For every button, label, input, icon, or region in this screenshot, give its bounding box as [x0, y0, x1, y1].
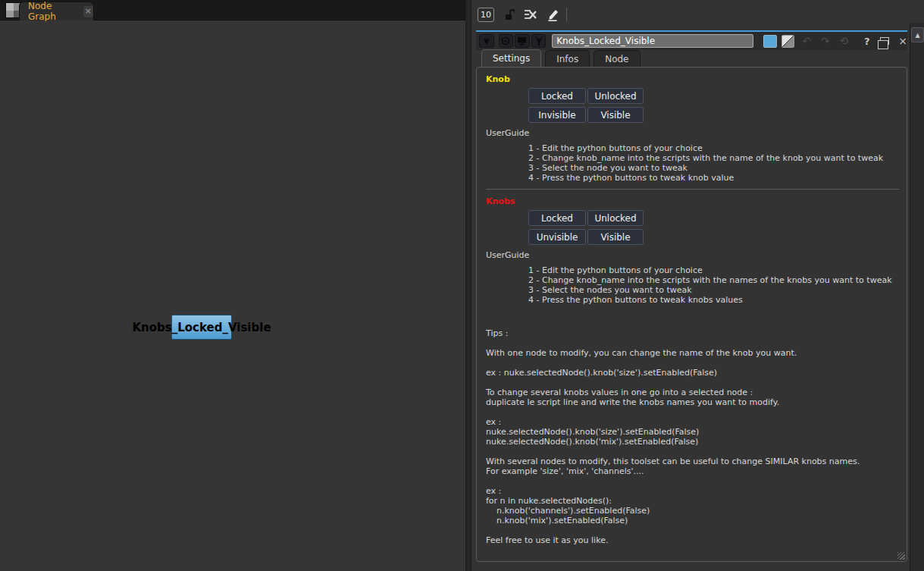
- tips-line: [486, 447, 901, 456]
- knob-unlocked-button[interactable]: Unlocked: [587, 88, 644, 104]
- tips-line: duplicate le script line and write the k…: [486, 397, 901, 407]
- knobs-userguide-label: UserGuide: [486, 250, 901, 260]
- lock-panels-icon[interactable]: [501, 7, 516, 22]
- tips-line: n.knob('mix').setEnabled(False): [486, 516, 901, 526]
- knob-visible-button[interactable]: Visible: [587, 107, 644, 123]
- undo-icon[interactable]: ↶: [800, 35, 813, 47]
- tips-line: ex :: [486, 417, 901, 427]
- node-panel-header: ▼ ↶ ↷ ⟲ ? ×: [476, 32, 907, 50]
- toolbar-separator: [566, 8, 567, 21]
- pane-divider[interactable]: [465, 0, 471, 571]
- tab-infos[interactable]: Infos: [545, 50, 590, 67]
- tips-text-block: Tips :With one node to modify, you can c…: [486, 328, 901, 545]
- knob-locked-button[interactable]: Locked: [528, 88, 586, 104]
- tips-line: n.knob('channels').setEnabled(False): [486, 506, 901, 516]
- properties-bin-toolbar: [471, 0, 924, 29]
- knobs-userguide-lines: 1 - Edit the python buttons of your choi…: [528, 265, 901, 305]
- knob-invisible-button[interactable]: Invisible: [528, 107, 586, 123]
- tips-line: For example 'size', 'mix', 'channels'...…: [486, 466, 901, 476]
- section-divider: [486, 189, 899, 190]
- nuke-window: Node Graph × Knobs_Locked_Visible: [0, 0, 924, 571]
- properties-pane: ▼ ↶ ↷ ⟲ ? × ▲ Setti: [471, 0, 924, 571]
- tab-node-graph-label: Node Graph: [28, 1, 77, 22]
- resize-grip[interactable]: [897, 552, 905, 560]
- node-color-swatch[interactable]: [763, 35, 777, 48]
- guide-line: 4 - Press the python buttons to tweak kn…: [528, 295, 901, 305]
- node-knobs-locked-visible[interactable]: Knobs_Locked_Visible: [171, 315, 232, 340]
- tips-line: for n in nuke.selectedNodes():: [486, 496, 901, 506]
- node-label: Knobs_Locked_Visible: [132, 321, 271, 334]
- gl-color-swatch[interactable]: [781, 35, 795, 48]
- scroll-up-icon[interactable]: ▲: [911, 27, 924, 42]
- knobs-button-grid: Locked Unlocked Unvisible Visible: [528, 210, 901, 245]
- edit-pencil-icon[interactable]: [545, 7, 560, 22]
- tab-node[interactable]: Node: [594, 50, 640, 67]
- wrench-icon[interactable]: [531, 34, 547, 48]
- float-panel-icon[interactable]: [880, 37, 889, 45]
- tab-settings[interactable]: Settings: [481, 49, 541, 67]
- tips-line: Tips :: [486, 328, 901, 338]
- guide-line: 2 - Change knob_name into the scripts wi…: [528, 275, 901, 285]
- node-panel-tabs: Settings Infos Node: [476, 50, 641, 67]
- guide-line: 1 - Edit the python buttons of your choi…: [528, 265, 901, 275]
- tips-line: With one node to modify, you can change …: [486, 348, 901, 358]
- panel-scrollbar[interactable]: ▲: [910, 23, 924, 571]
- revert-icon[interactable]: ⟲: [837, 35, 850, 47]
- guide-line: 1 - Edit the python buttons of your choi…: [528, 143, 901, 153]
- tips-line: Feel free to use it as you like.: [486, 535, 901, 545]
- guide-line: 4 - Press the python buttons to tweak kn…: [528, 173, 901, 183]
- tips-line: nuke.selectedNode().knob('size').setEnab…: [486, 427, 901, 437]
- node-graph-canvas[interactable]: Knobs_Locked_Visible: [0, 21, 465, 571]
- tips-line: [486, 526, 901, 535]
- close-all-panels-icon[interactable]: [523, 7, 538, 22]
- close-panel-icon[interactable]: ×: [898, 35, 907, 47]
- knob-userguide-label: UserGuide: [486, 128, 901, 138]
- settings-tab-content: Knob Locked Unlocked Invisible Visible U…: [476, 67, 907, 562]
- knobs-unlocked-button[interactable]: Unlocked: [587, 210, 644, 226]
- tips-line: [486, 358, 901, 368]
- redo-icon[interactable]: ↷: [819, 35, 832, 47]
- guide-line: 3 - Select the nodes you want to tweak: [528, 285, 901, 295]
- tips-line: [486, 338, 901, 348]
- guide-line: 2 - Change knob_name into the scripts wi…: [528, 153, 901, 163]
- tips-line: [486, 407, 901, 417]
- knob-section-title: Knob: [486, 74, 901, 84]
- help-icon[interactable]: ?: [864, 36, 870, 47]
- tips-line: [486, 476, 901, 486]
- monitor-icon[interactable]: [515, 34, 530, 48]
- knobs-visible-button[interactable]: Visible: [587, 229, 644, 245]
- node-graph-tab-bar: Node Graph ×: [0, 0, 465, 20]
- tips-line: [486, 378, 901, 387]
- tips-line: ex : nuke.selectedNode().knob('size').se…: [486, 368, 901, 378]
- knob-userguide-lines: 1 - Edit the python buttons of your choi…: [528, 143, 901, 183]
- tab-node-graph[interactable]: Node Graph ×: [19, 2, 94, 20]
- knobs-unvisible-button[interactable]: Unvisible: [528, 229, 586, 245]
- node-graph-pane: Node Graph × Knobs_Locked_Visible: [0, 0, 465, 571]
- node-name-field[interactable]: [552, 34, 753, 48]
- center-node-icon[interactable]: [499, 34, 514, 48]
- knobs-section-title: Knobs: [486, 196, 901, 206]
- tips-line: With several nodes to modify, this tools…: [486, 456, 901, 466]
- tab-close-icon[interactable]: ×: [83, 6, 93, 17]
- knob-button-grid: Locked Unlocked Invisible Visible: [528, 88, 901, 123]
- tips-line: ex :: [486, 486, 901, 496]
- max-panels-field[interactable]: [478, 8, 494, 22]
- tips-line: To change several knobs values in one go…: [486, 387, 901, 397]
- guide-line: 3 - Select the node you want to tweak: [528, 163, 901, 173]
- tips-line: nuke.selectedNode().knob('mix').setEnabl…: [486, 437, 901, 447]
- knobs-locked-button[interactable]: Locked: [528, 210, 586, 226]
- panel-dropdown-icon[interactable]: ▼: [479, 34, 494, 48]
